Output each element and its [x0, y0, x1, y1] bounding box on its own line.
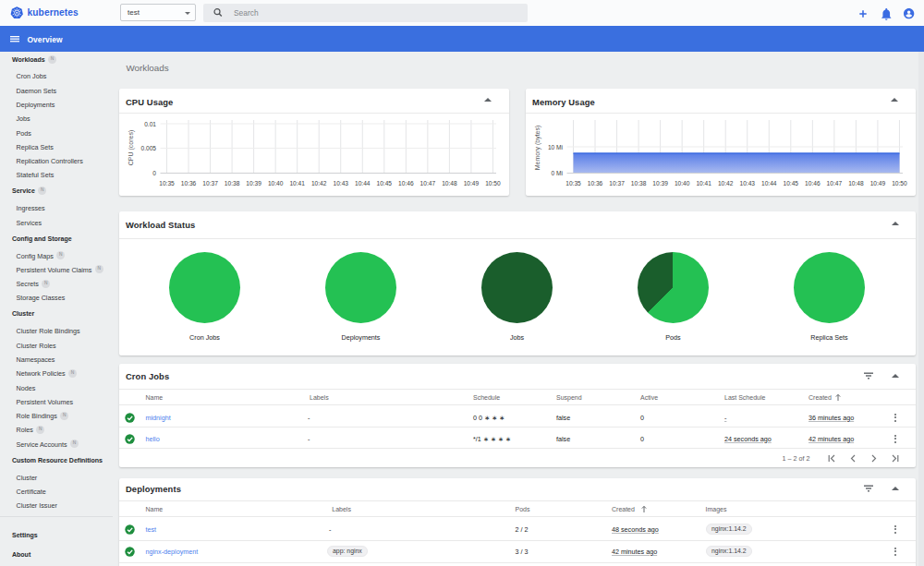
- svg-text:10:38: 10:38: [630, 180, 646, 187]
- svg-text:CPU (cores): CPU (cores): [127, 130, 134, 166]
- svg-text:10:35: 10:35: [159, 180, 175, 187]
- svg-text:10:49: 10:49: [463, 180, 479, 187]
- svg-text:10:41: 10:41: [696, 180, 711, 187]
- svg-text:10:39: 10:39: [652, 180, 668, 187]
- svg-text:10:46: 10:46: [398, 180, 414, 187]
- svg-text:10:49: 10:49: [869, 180, 885, 187]
- svg-text:10:42: 10:42: [717, 180, 733, 187]
- svg-text:10:47: 10:47: [419, 180, 435, 187]
- svg-text:0.005: 0.005: [140, 145, 156, 151]
- svg-text:10:43: 10:43: [333, 180, 348, 187]
- svg-text:10:38: 10:38: [224, 180, 239, 187]
- svg-text:10:44: 10:44: [761, 180, 777, 187]
- svg-text:10:35: 10:35: [565, 180, 581, 187]
- svg-text:10:48: 10:48: [442, 180, 457, 187]
- svg-text:10:37: 10:37: [609, 180, 625, 187]
- svg-text:10:36: 10:36: [587, 180, 602, 187]
- svg-text:0: 0: [152, 170, 156, 176]
- svg-text:10:36: 10:36: [180, 180, 196, 187]
- svg-text:10:37: 10:37: [202, 180, 218, 187]
- svg-text:10:39: 10:39: [246, 180, 261, 187]
- svg-text:10:46: 10:46: [805, 180, 821, 187]
- svg-text:10:47: 10:47: [826, 180, 842, 187]
- svg-text:10:40: 10:40: [674, 180, 689, 187]
- svg-text:0.01: 0.01: [144, 121, 156, 127]
- svg-text:10:45: 10:45: [376, 180, 392, 187]
- svg-text:10:42: 10:42: [310, 180, 326, 187]
- svg-text:10:40: 10:40: [267, 180, 283, 187]
- svg-text:10:48: 10:48: [848, 180, 864, 187]
- svg-text:Memory (bytes): Memory (bytes): [533, 126, 541, 171]
- svg-text:10:43: 10:43: [739, 180, 755, 187]
- svg-text:10:41: 10:41: [289, 180, 305, 187]
- svg-text:10:50: 10:50: [485, 180, 501, 187]
- svg-text:10:44: 10:44: [355, 180, 371, 187]
- svg-text:10:45: 10:45: [783, 180, 798, 187]
- svg-text:10 Mi: 10 Mi: [547, 144, 563, 151]
- svg-text:10:50: 10:50: [892, 180, 907, 187]
- svg-text:0 Mi: 0 Mi: [551, 170, 563, 176]
